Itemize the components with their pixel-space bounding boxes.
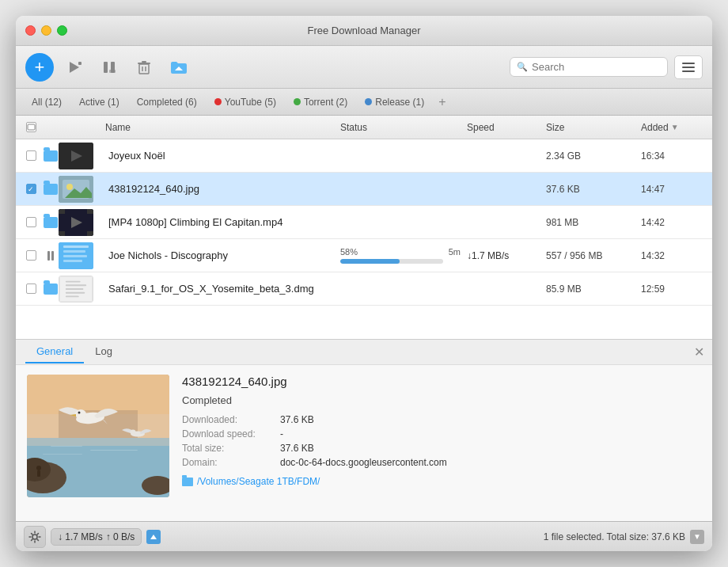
header-size[interactable]: Size (543, 122, 638, 133)
svg-rect-6 (139, 64, 149, 74)
detail-close-button[interactable]: ✕ (694, 346, 704, 359)
search-input[interactable] (532, 61, 661, 73)
detail-content: 438192124_640.jpg Completed Downloaded: … (16, 365, 712, 521)
row-folder-icon (43, 217, 59, 228)
svg-point-45 (78, 412, 81, 414)
detail-filename: 438192124_640.jpg (182, 375, 701, 388)
svg-rect-28 (63, 260, 82, 262)
statusbar: ↓ 1.7 MB/s ↑ 0 B/s 1 file selected. Tota… (16, 521, 712, 551)
svg-rect-9 (142, 61, 146, 63)
resume-button[interactable] (60, 53, 89, 82)
svg-rect-31 (66, 284, 86, 286)
tab-release[interactable]: Release (1) (357, 93, 432, 111)
delete-button[interactable] (130, 53, 158, 82)
row-filename: Joe Nichols - Discography (102, 249, 337, 261)
table-row[interactable]: Joyeux Noël 2.34 GB 16:34 (16, 139, 712, 173)
progress-pct: 58% (340, 247, 358, 257)
row-checkbox[interactable] (19, 217, 43, 227)
tab-all[interactable]: All (12) (24, 93, 70, 111)
row-added: 14:42 (638, 217, 709, 228)
settings-button[interactable] (24, 526, 46, 548)
detail-info: 438192124_640.jpg Completed Downloaded: … (182, 375, 701, 512)
row-filename: Safari_9.1_for_OS_X_Yosemite_beta_3.dmg (102, 283, 337, 295)
domain-value: doc-0c-64-docs.googleusercontent.com (280, 457, 447, 468)
svg-rect-2 (104, 62, 108, 73)
download-table: Name Status Speed Size Added ▼ (16, 116, 712, 339)
progress-bar (340, 259, 443, 264)
svg-point-44 (75, 409, 86, 419)
header-speed[interactable]: Speed (464, 122, 543, 133)
svg-rect-26 (63, 250, 85, 253)
row-checkbox[interactable] (19, 250, 43, 261)
row-size: 981 MB (543, 217, 638, 228)
tab-log[interactable]: Log (84, 341, 123, 363)
select-all-checkbox[interactable] (26, 122, 36, 132)
pause-icon (47, 251, 54, 261)
row-thumbnail (59, 209, 93, 236)
tab-active[interactable]: Active (1) (71, 93, 127, 111)
minimize-button[interactable] (41, 25, 51, 36)
row-added: 14:47 (638, 184, 709, 195)
close-button[interactable] (25, 25, 36, 36)
main-content: Name Status Speed Size Added ▼ (16, 116, 712, 521)
detail-preview (27, 375, 169, 497)
path-folder-icon (182, 478, 193, 486)
header-checkbox[interactable] (19, 122, 43, 132)
svg-rect-49 (37, 470, 40, 477)
pause-button[interactable] (95, 53, 123, 82)
svg-marker-0 (70, 62, 79, 73)
detail-tabs: General Log ✕ (16, 340, 712, 365)
header-name[interactable]: Name (102, 122, 337, 133)
svg-rect-20 (87, 209, 93, 214)
detail-panel: General Log ✕ (16, 339, 712, 521)
tab-completed[interactable]: Completed (6) (129, 93, 205, 111)
selection-info: 1 file selected. Total size: 37.6 KB (544, 531, 685, 542)
domain-label: Domain: (182, 457, 277, 468)
tab-youtube[interactable]: YouTube (5) (207, 93, 284, 111)
row-checkbox[interactable] (19, 150, 43, 161)
row-size: 2.34 GB (543, 150, 638, 162)
traffic-lights (25, 25, 67, 36)
expand-button[interactable]: ▼ (690, 530, 704, 544)
upload-speed: ↑ 0 B/s (106, 531, 135, 542)
row-size: 37.6 KB (543, 184, 638, 195)
detail-path[interactable]: /Volumes/Seagate 1TB/FDM/ (182, 476, 701, 487)
svg-rect-11 (28, 124, 35, 130)
add-download-button[interactable]: + (25, 53, 54, 82)
progress-fill (340, 259, 400, 264)
svg-rect-19 (59, 209, 65, 214)
svg-point-53 (32, 535, 37, 539)
open-folder-button[interactable] (165, 53, 193, 82)
row-speed: ↓1.7 MB/s (464, 250, 543, 261)
row-checkbox[interactable] (19, 184, 43, 194)
header-status[interactable]: Status (337, 122, 464, 133)
statusbar-left: ↓ 1.7 MB/s ↑ 0 B/s (24, 526, 161, 548)
path-text: /Volumes/Seagate 1TB/FDM/ (197, 476, 320, 487)
youtube-dot (214, 98, 222, 105)
speed-display: ↓ 1.7 MB/s ↑ 0 B/s (51, 528, 142, 546)
maximize-button[interactable] (57, 25, 67, 36)
add-category-button[interactable]: + (434, 93, 450, 111)
speed-expand-button[interactable] (146, 530, 161, 544)
titlebar: Free Download Manager (16, 16, 712, 46)
svg-rect-22 (87, 231, 93, 236)
svg-rect-34 (66, 295, 79, 297)
table-row[interactable]: Safari_9.1_for_OS_X_Yosemite_beta_3.dmg … (16, 272, 712, 306)
header-added[interactable]: Added ▼ (638, 122, 709, 133)
table-row[interactable]: 438192124_640.jpg 37.6 KB 14:47 (16, 173, 712, 206)
total-size-label: Total size: (182, 443, 277, 454)
svg-rect-30 (66, 280, 81, 282)
tab-general[interactable]: General (25, 341, 84, 363)
row-added: 16:34 (638, 150, 709, 162)
table-row[interactable]: [MP4 1080p] Climbing El Capitan.mp4 981 … (16, 206, 712, 239)
table-row[interactable]: Joe Nichols - Discography 58% 5m ↓1.7 MB… (16, 239, 712, 272)
row-added: 14:32 (638, 250, 709, 261)
row-checkbox[interactable] (19, 284, 43, 294)
detail-size-row: Total size: 37.6 KB (182, 443, 701, 454)
tab-torrent[interactable]: Torrent (2) (286, 93, 355, 111)
row-filename: 438192124_640.jpg (102, 183, 337, 195)
progress-eta: 5m (449, 247, 461, 257)
row-folder-icon (43, 284, 59, 295)
menu-button[interactable] (674, 55, 703, 79)
svg-rect-33 (66, 291, 85, 293)
